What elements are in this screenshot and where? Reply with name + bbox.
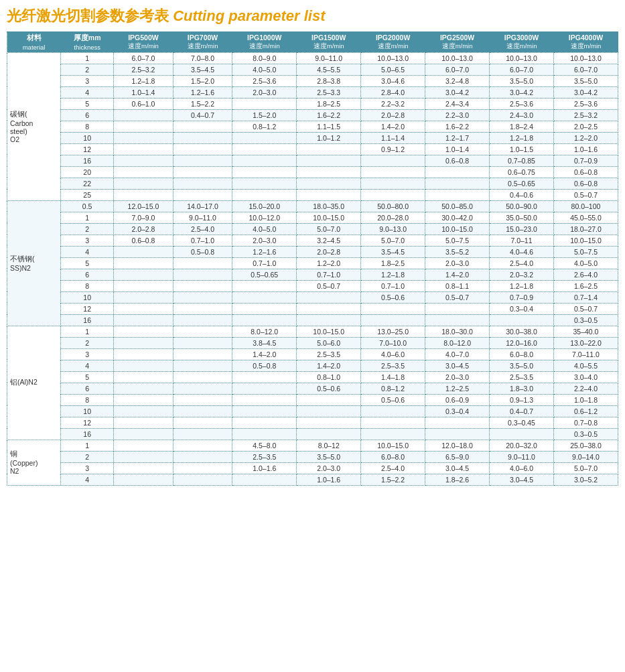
- table-row: 41.0–1.61.5–2.21.8–2.63.0–4.53.0–5.2: [7, 474, 618, 485]
- speed-cell: [114, 132, 173, 143]
- thickness-cell: 4: [61, 86, 114, 98]
- speed-cell: [297, 394, 361, 405]
- speed-cell: 9.0–11.0: [173, 212, 232, 223]
- speed-cell: 5.0–7.0: [297, 223, 361, 234]
- speed-cell: [232, 166, 297, 178]
- speed-cell: 1.2–1.8: [490, 280, 554, 291]
- speed-cell: 0.6–0.8: [114, 234, 173, 246]
- speed-cell: [114, 394, 173, 405]
- table-row: 160.3–0.5: [7, 428, 618, 440]
- speed-cell: 15.0–20.0: [232, 200, 297, 212]
- table-row: 220.5–0.650.6–0.8: [7, 178, 618, 189]
- speed-cell: [173, 257, 232, 269]
- table-row: 31.0–1.62.0–3.02.5–4.03.0–4.54.0–6.05.0–…: [7, 462, 618, 474]
- speed-cell: [173, 474, 232, 485]
- speed-cell: [114, 246, 173, 257]
- speed-cell: [232, 371, 297, 383]
- speed-cell: 1.8–2.4: [490, 121, 554, 132]
- speed-cell: [173, 189, 232, 200]
- speed-cell: 4.0–7.0: [425, 348, 490, 360]
- thickness-cell: 12: [61, 303, 114, 314]
- speed-cell: 2.0–3.0: [297, 462, 361, 474]
- thickness-cell: 8: [61, 121, 114, 132]
- speed-cell: 1.2–2.0: [297, 257, 361, 269]
- speed-cell: 1.6–2.2: [297, 109, 361, 121]
- speed-cell: [173, 440, 232, 451]
- thickness-cell: 5: [61, 98, 114, 109]
- material-cell: 铝(Al)N2: [7, 326, 61, 440]
- speed-cell: 0.5–0.8: [232, 360, 297, 371]
- speed-cell: [232, 394, 297, 405]
- speed-cell: 1.4–2.0: [361, 121, 425, 132]
- speed-cell: [173, 417, 232, 428]
- speed-cell: [232, 314, 297, 326]
- speed-cell: 1.5–2.0: [173, 75, 232, 86]
- speed-cell: 0.5–0.7: [297, 280, 361, 291]
- thickness-cell: 1: [61, 52, 114, 64]
- col-header-3: IPG700W速度m/min: [173, 31, 232, 52]
- speed-cell: 3.5–5.2: [425, 246, 490, 257]
- speed-cell: [114, 189, 173, 200]
- speed-cell: 2.4–3.0: [490, 109, 554, 121]
- speed-cell: 0.5–0.6: [361, 291, 425, 303]
- speed-cell: 10.0–12.0: [232, 212, 297, 223]
- speed-cell: 2.0–3.0: [232, 234, 297, 246]
- table-row: 铝(Al)N218.0–12.010.0–15.013.0–25.018.0–3…: [7, 326, 618, 337]
- speed-cell: [232, 98, 297, 109]
- speed-cell: 10.0–13.0: [361, 52, 425, 64]
- speed-cell: 1.2–2.5: [425, 383, 490, 394]
- speed-cell: 5.0–6.5: [361, 64, 425, 75]
- speed-cell: 2.0–2.8: [114, 223, 173, 234]
- speed-cell: 3.0–4.2: [425, 86, 490, 98]
- table-row: 50.8–1.01.4–1.82.0–3.02.5–3.53.0–4.0: [7, 371, 618, 383]
- speed-cell: [114, 440, 173, 451]
- speed-cell: 8.0–12.0: [232, 326, 297, 337]
- speed-cell: 3.5–5.0: [297, 451, 361, 462]
- speed-cell: 25.0–38.0: [553, 440, 618, 451]
- speed-cell: 1.0–1.5: [490, 143, 554, 155]
- speed-cell: [361, 303, 425, 314]
- speed-cell: 6.0–7.0: [114, 52, 173, 64]
- speed-cell: 7.0–11.0: [553, 348, 618, 360]
- speed-cell: [114, 280, 173, 291]
- speed-cell: [297, 291, 361, 303]
- speed-cell: 2.5–4.0: [173, 223, 232, 234]
- speed-cell: 8.0–12: [297, 440, 361, 451]
- speed-cell: [173, 348, 232, 360]
- speed-cell: 1.6–2.5: [553, 280, 618, 291]
- col-header-0: 材料material: [7, 31, 61, 52]
- speed-cell: 1.2–1.6: [173, 86, 232, 98]
- speed-cell: 9.0–11.0: [490, 451, 554, 462]
- speed-cell: [173, 360, 232, 371]
- thickness-cell: 6: [61, 383, 114, 394]
- speed-cell: 1.0–1.6: [232, 462, 297, 474]
- speed-cell: [173, 269, 232, 280]
- speed-cell: 2.5–4.0: [490, 257, 554, 269]
- table-row: 40.5–0.81.4–2.02.5–3.53.0–4.53.5–5.04.0–…: [7, 360, 618, 371]
- speed-cell: [297, 417, 361, 428]
- table-row: 160.3–0.5: [7, 314, 618, 326]
- speed-cell: [232, 280, 297, 291]
- speed-cell: [114, 462, 173, 474]
- speed-cell: 2.5–3.5: [490, 371, 554, 383]
- speed-cell: [173, 303, 232, 314]
- speed-cell: 0.8–1.2: [361, 383, 425, 394]
- speed-cell: [114, 428, 173, 440]
- speed-cell: 0.5–0.7: [553, 189, 618, 200]
- table-row: 100.5–0.60.5–0.70.7–0.90.7–1.4: [7, 291, 618, 303]
- thickness-cell: 10: [61, 405, 114, 417]
- speed-cell: 3.0–4.0: [553, 371, 618, 383]
- speed-cell: 5.0–7.5: [553, 246, 618, 257]
- thickness-cell: 4: [61, 474, 114, 485]
- speed-cell: 1.0–1.4: [425, 143, 490, 155]
- speed-cell: 1.8–2.6: [425, 474, 490, 485]
- table-row: 80.5–0.70.7–1.00.8–1.11.2–1.81.6–2.5: [7, 280, 618, 291]
- speed-cell: [114, 451, 173, 462]
- col-header-9: IPG4000W速度m/min: [553, 31, 618, 52]
- speed-cell: 0.7–1.0: [173, 234, 232, 246]
- speed-cell: 3.0–4.5: [490, 474, 554, 485]
- speed-cell: [232, 291, 297, 303]
- speed-cell: [173, 178, 232, 189]
- speed-cell: [297, 405, 361, 417]
- speed-cell: 7.0–11: [490, 234, 554, 246]
